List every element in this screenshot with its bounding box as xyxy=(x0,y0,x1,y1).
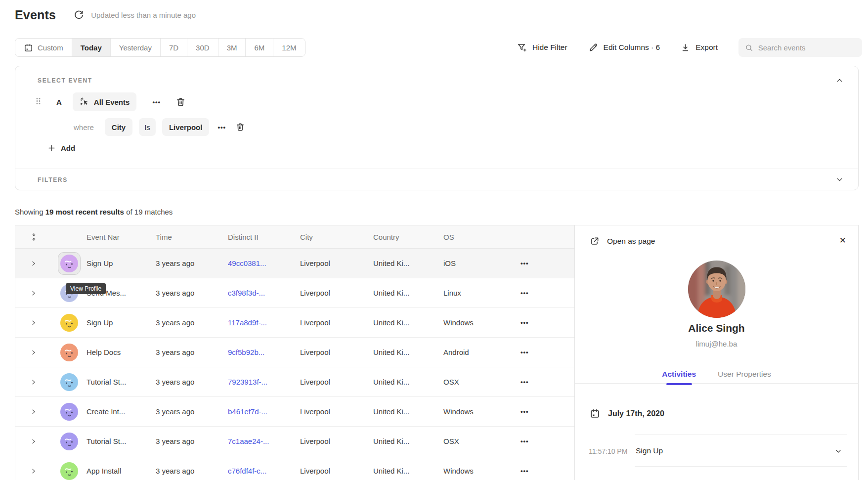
user-avatar[interactable] xyxy=(60,255,78,272)
table-row[interactable]: App Install 3 years ago c76fdf4f-c... Li… xyxy=(15,456,574,480)
city: Liverpool xyxy=(300,289,373,297)
row-more-button[interactable]: ••• xyxy=(519,347,531,358)
row-more-button[interactable]: ••• xyxy=(519,436,531,447)
value-button[interactable]: Liverpool xyxy=(162,118,210,136)
tab-30d[interactable]: 30D xyxy=(187,39,218,56)
event-time: 3 years ago xyxy=(156,437,228,445)
events-page: Events Updated less than a minute ago Cu… xyxy=(0,0,868,480)
summary-suffix: of 19 matches xyxy=(124,208,173,216)
table-row[interactable]: Sign Up 3 years ago 49cc0381... Liverpoo… xyxy=(15,249,574,278)
distinct-id-link[interactable]: 9cf5b92b... xyxy=(228,348,264,356)
user-avatar[interactable] xyxy=(60,373,78,391)
tab-yesterday[interactable]: Yesterday xyxy=(110,39,160,56)
event-more-button[interactable]: ••• xyxy=(150,96,163,108)
profile-email: limuj@he.ba xyxy=(575,340,858,348)
col-city: City xyxy=(300,233,373,241)
row-more-button[interactable]: ••• xyxy=(519,465,531,477)
col-os: OS xyxy=(443,233,508,241)
city: Liverpool xyxy=(300,259,373,267)
row-more-button[interactable]: ••• xyxy=(519,376,531,388)
collapse-all-button[interactable] xyxy=(28,230,40,244)
event-delete-button[interactable] xyxy=(174,96,187,108)
table-row[interactable]: Tutorial St... 3 years ago 7923913f-... … xyxy=(15,367,574,397)
chevron-right-icon xyxy=(30,319,37,326)
table-row[interactable]: Help Docs 3 years ago 9cf5b92b... Liverp… xyxy=(15,338,574,367)
expand-row-button[interactable] xyxy=(28,466,39,477)
refresh-button[interactable] xyxy=(73,9,85,21)
table-row[interactable]: Create Int... 3 years ago b461ef7d-... L… xyxy=(15,397,574,427)
open-as-page-button[interactable]: Open as page xyxy=(590,236,655,246)
activity-event-row[interactable]: 11:57:10 PM Sign Up xyxy=(575,439,858,464)
property-button[interactable]: City xyxy=(105,118,132,136)
where-delete-button[interactable] xyxy=(234,121,246,133)
expand-row-button[interactable] xyxy=(28,436,39,447)
where-more-button[interactable]: ••• xyxy=(216,122,228,133)
distinct-id-link[interactable]: 7923913f-... xyxy=(228,378,267,386)
calendar-icon xyxy=(590,408,600,419)
expand-row-button[interactable] xyxy=(28,377,39,388)
expand-row-button[interactable] xyxy=(28,258,39,269)
profile-photo xyxy=(688,261,745,318)
filters-label: FILTERS xyxy=(38,176,68,183)
row-more-button[interactable]: ••• xyxy=(519,317,531,328)
tab-3m[interactable]: 3M xyxy=(218,39,246,56)
toolbar: Hide Filter Edit Columns · 6 Export xyxy=(517,38,862,57)
distinct-id-link[interactable]: c3f98f3d-... xyxy=(228,289,265,297)
divider xyxy=(635,435,847,435)
user-avatar[interactable] xyxy=(60,344,78,361)
city: Liverpool xyxy=(300,437,373,445)
country: United Ki... xyxy=(373,407,443,416)
hide-filter-button[interactable]: Hide Filter xyxy=(517,43,567,52)
row-more-button[interactable]: ••• xyxy=(519,406,531,417)
tab-7d[interactable]: 7D xyxy=(160,39,187,56)
calendar-icon xyxy=(24,43,33,52)
tab-12m[interactable]: 12M xyxy=(273,39,304,56)
expand-row-button[interactable] xyxy=(28,347,39,358)
chevron-right-icon xyxy=(30,438,37,445)
export-button[interactable]: Export xyxy=(681,43,718,52)
os: OSX xyxy=(443,378,508,386)
col-distinct-id: Distinct II xyxy=(228,233,300,241)
expand-row-button[interactable] xyxy=(28,288,39,299)
tab-activities[interactable]: Activities xyxy=(662,370,696,379)
distinct-id-link[interactable]: c76fdf4f-c... xyxy=(228,467,266,475)
results-summary: Showing 19 most recent results of 19 mat… xyxy=(15,208,173,216)
operator-button[interactable]: Is xyxy=(139,118,156,136)
filters-section[interactable]: FILTERS xyxy=(15,169,858,191)
tab-user-properties[interactable]: User Properties xyxy=(718,370,771,379)
row-more-button[interactable]: ••• xyxy=(519,287,531,299)
user-avatar[interactable] xyxy=(60,433,78,450)
drag-handle[interactable] xyxy=(34,96,43,108)
chevron-right-icon xyxy=(30,349,37,356)
download-icon xyxy=(681,43,690,52)
edit-columns-button[interactable]: Edit Columns · 6 xyxy=(588,43,660,52)
distinct-id-link[interactable]: b461ef7d-... xyxy=(228,407,267,416)
add-event-button[interactable]: Add xyxy=(47,144,75,152)
search-input[interactable] xyxy=(758,44,856,52)
event-selector-button[interactable]: All Events xyxy=(73,92,137,111)
distinct-id-link[interactable]: 117a8d9f-... xyxy=(228,318,267,327)
expand-filters-button[interactable] xyxy=(834,175,845,185)
row-more-button[interactable]: ••• xyxy=(519,258,531,269)
user-avatar[interactable] xyxy=(60,314,78,332)
tab-custom[interactable]: Custom xyxy=(15,39,72,56)
profile-panel: Open as page ✕ xyxy=(575,225,858,480)
tab-6m[interactable]: 6M xyxy=(245,39,273,56)
table-row[interactable]: Tutorial St... 3 years ago 7c1aae24-... … xyxy=(15,427,574,456)
tab-today[interactable]: Today xyxy=(72,39,110,56)
user-avatar[interactable] xyxy=(60,462,78,480)
collapse-panel-button[interactable] xyxy=(834,75,845,86)
close-panel-button[interactable]: ✕ xyxy=(839,236,846,245)
expand-row-button[interactable] xyxy=(28,406,39,417)
search-box xyxy=(738,38,862,57)
distinct-id-link[interactable]: 7c1aae24-... xyxy=(228,437,269,445)
table-row[interactable]: Sign Up 3 years ago 117a8d9f-... Liverpo… xyxy=(15,308,574,338)
user-avatar[interactable] xyxy=(60,403,78,421)
col-time: Time xyxy=(156,233,228,241)
event-name: Tutorial St... xyxy=(87,378,156,386)
distinct-id-link[interactable]: 49cc0381... xyxy=(228,259,266,267)
expand-row-button[interactable] xyxy=(28,317,39,328)
collapse-rows-icon xyxy=(30,232,38,242)
content-area: Event Nar Time Distinct II City Country … xyxy=(15,225,859,480)
profile-name: Alice Singh xyxy=(575,322,858,334)
